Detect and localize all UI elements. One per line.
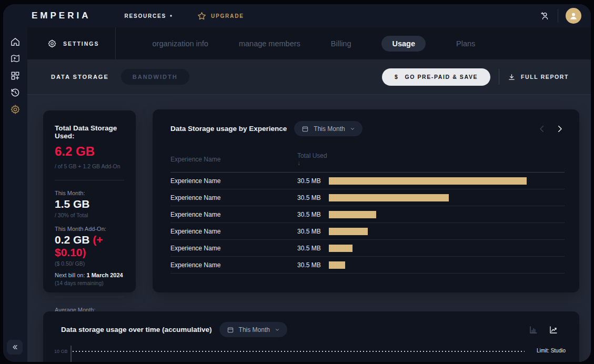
usage-bar bbox=[329, 261, 345, 269]
experience-usage-card: Data Storage usage by Experience This Mo… bbox=[153, 109, 579, 292]
resources-label: RESOURCES bbox=[124, 13, 166, 19]
user-icon bbox=[569, 11, 578, 21]
experience-name: Experience Name bbox=[170, 194, 297, 201]
this-month-label: This Month: bbox=[55, 190, 124, 196]
this-month-value: 1.5 GB bbox=[55, 198, 124, 210]
go-prepaid-button[interactable]: $ GO PRE-PAID & SAVE bbox=[382, 68, 490, 86]
usage-bar bbox=[329, 245, 353, 252]
tab-plans[interactable]: Plans bbox=[456, 39, 475, 48]
chart-period-label: This Month bbox=[239, 326, 270, 333]
upgrade-button[interactable]: UPGRADE bbox=[197, 12, 244, 21]
topbar-divider bbox=[558, 9, 558, 23]
period-selector[interactable]: This Month bbox=[294, 121, 362, 136]
next-page-arrow[interactable] bbox=[555, 124, 565, 134]
experience-card-title: Data Storage usage by Experience bbox=[170, 125, 287, 133]
total-used-value: 30.5 MB bbox=[297, 194, 329, 201]
settings-label: SETTINGS bbox=[63, 41, 99, 47]
download-icon bbox=[508, 73, 516, 81]
table-row: Experience Name 30.5 MB bbox=[170, 206, 565, 223]
experiences-icon[interactable] bbox=[7, 50, 24, 67]
resources-caret-icon bbox=[170, 15, 173, 17]
experience-name: Experience Name bbox=[170, 245, 297, 252]
double-chevron-left-icon bbox=[11, 343, 19, 351]
prev-page-arrow[interactable] bbox=[537, 124, 547, 134]
resources-menu[interactable]: RESOURCES bbox=[124, 13, 172, 19]
subnav-divider bbox=[499, 69, 499, 85]
usage-bar bbox=[329, 228, 368, 235]
home-icon[interactable] bbox=[7, 34, 24, 50]
chevron-down-icon bbox=[275, 327, 280, 332]
total-used-value: 30.5 MB bbox=[297, 177, 329, 185]
tab-organization-info[interactable]: organization info bbox=[153, 39, 208, 48]
experience-name: Experience Name bbox=[170, 228, 297, 235]
full-report-label: FULL REPORT bbox=[521, 74, 569, 80]
total-used-value: 30.5 MB bbox=[297, 261, 329, 269]
days-remaining: (14 days remaining) bbox=[55, 280, 124, 286]
tab-data-storage[interactable]: DATA STORAGE bbox=[51, 74, 109, 80]
addon-label: This Month Add-On: bbox=[55, 226, 124, 232]
limit-line bbox=[73, 351, 525, 352]
add-widget-icon[interactable] bbox=[7, 67, 24, 84]
usage-bar-track bbox=[329, 211, 565, 218]
next-bill-date: 1 March 2024 bbox=[87, 272, 123, 278]
chart-period-selector[interactable]: This Month bbox=[219, 322, 287, 337]
settings-icon[interactable] bbox=[7, 101, 24, 118]
upgrade-label: UPGRADE bbox=[211, 13, 244, 19]
experience-name: Experience Name bbox=[170, 211, 297, 218]
usage-over-time-card: Data storage usage over time (accumulati… bbox=[43, 311, 579, 362]
experience-name: Experience Name bbox=[170, 177, 297, 185]
y-axis-line bbox=[71, 346, 72, 362]
usage-bar bbox=[329, 194, 449, 201]
usage-bar-track bbox=[329, 194, 565, 201]
storage-summary-card: Total Data Storage Used: 6.2 GB / of 5 G… bbox=[43, 110, 136, 292]
this-month-sub: / 30% of Total bbox=[55, 212, 124, 218]
summary-title: Total Data Storage Used: bbox=[55, 124, 124, 140]
usage-bar-track bbox=[329, 261, 565, 269]
usage-bar-track bbox=[329, 245, 565, 252]
invite-member-icon[interactable] bbox=[540, 11, 550, 21]
chart-card-title: Data storage usage over time (accumulati… bbox=[61, 326, 212, 333]
full-report-button[interactable]: FULL REPORT bbox=[508, 73, 577, 81]
tab-bandwidth[interactable]: BANDWIDTH bbox=[121, 69, 189, 85]
usage-bar-track bbox=[329, 177, 565, 185]
experience-table: Experience Name 30.5 MB Experience Name … bbox=[170, 173, 565, 274]
dollar-icon: $ bbox=[395, 74, 398, 80]
column-experience-name: Experience Name bbox=[170, 156, 297, 163]
gear-icon bbox=[47, 39, 57, 48]
usage-bar bbox=[329, 177, 527, 185]
usage-bar-track bbox=[329, 228, 565, 235]
go-prepaid-label: GO PRE-PAID & SAVE bbox=[405, 74, 478, 80]
table-row: Experience Name 30.5 MB bbox=[170, 189, 565, 206]
star-icon bbox=[197, 12, 206, 21]
experience-name: Experience Name bbox=[170, 261, 297, 269]
addon-value: 0.2 GB (+ $0.10) bbox=[55, 234, 124, 259]
history-icon[interactable] bbox=[7, 84, 24, 101]
period-label: This Month bbox=[314, 125, 345, 133]
table-row: Experience Name 30.5 MB bbox=[170, 223, 565, 240]
settings-tab-bar: SETTINGS organization info manage member… bbox=[27, 27, 591, 59]
y-axis-tick: 10 GB bbox=[54, 349, 68, 354]
line-chart-toggle-icon[interactable] bbox=[549, 325, 558, 335]
column-total-used[interactable]: Total Used ↓ bbox=[297, 152, 329, 167]
chevron-down-icon bbox=[350, 126, 355, 132]
tab-billing[interactable]: Billing bbox=[331, 39, 351, 48]
calendar-icon bbox=[227, 326, 234, 333]
app-window: EMPERIA RESOURCES UPGRADE bbox=[3, 4, 591, 362]
tab-usage[interactable]: Usage bbox=[381, 36, 426, 52]
divider bbox=[55, 180, 124, 180]
sort-desc-icon: ↓ bbox=[297, 159, 300, 167]
tab-manage-members[interactable]: manage members bbox=[239, 39, 300, 48]
calendar-icon bbox=[301, 125, 309, 133]
sidebar bbox=[3, 27, 27, 362]
total-used-value: 30.5 MB bbox=[297, 228, 329, 235]
settings-header: SETTINGS bbox=[27, 27, 116, 59]
total-used-value: 30.5 MB bbox=[297, 211, 329, 218]
bar-chart-toggle-icon[interactable] bbox=[529, 325, 538, 335]
settings-tabs: organization info manage members Billing… bbox=[153, 36, 476, 52]
table-row: Experience Name 30.5 MB bbox=[170, 257, 565, 274]
usage-bar bbox=[329, 211, 376, 218]
collapse-sidebar-button[interactable] bbox=[7, 340, 23, 355]
emperia-logo: EMPERIA bbox=[32, 11, 90, 21]
limit-label: Limit: Studio bbox=[537, 348, 566, 353]
avatar[interactable] bbox=[566, 8, 581, 24]
